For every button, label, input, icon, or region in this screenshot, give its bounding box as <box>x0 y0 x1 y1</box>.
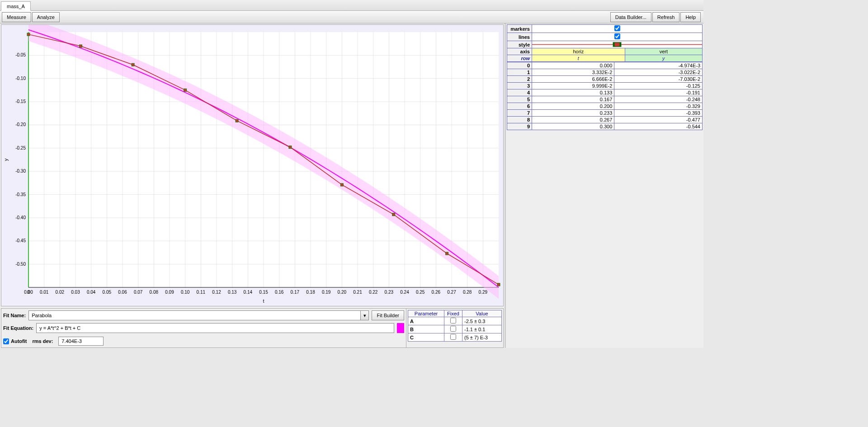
table-row[interactable]: 0 0.000 -4.974E-3 <box>507 62 703 69</box>
svg-text:0.28: 0.28 <box>463 290 472 295</box>
param-header-fixed[interactable]: Fixed <box>444 310 462 317</box>
param-header-value[interactable]: Value <box>462 310 502 317</box>
cell-t[interactable]: 0.267 <box>532 117 614 123</box>
svg-text:-0.50: -0.50 <box>15 262 26 267</box>
fit-name-value: Parabola <box>29 311 360 320</box>
table-row[interactable]: 2 6.666E-2 -7.030E-2 <box>507 76 703 83</box>
table-row[interactable]: 8 0.267 -0.477 <box>507 117 703 123</box>
cell-y[interactable]: -4.974E-3 <box>614 62 703 69</box>
fit-name-select[interactable]: Parabola ▾ <box>28 310 369 320</box>
axis-label: axis <box>507 48 532 55</box>
svg-text:-0.10: -0.10 <box>15 76 26 81</box>
tab-label: mass_A <box>7 4 25 9</box>
svg-rect-93 <box>446 252 448 255</box>
svg-rect-85 <box>27 33 30 36</box>
table-row[interactable]: 5 0.167 -0.248 <box>507 96 703 103</box>
cell-y[interactable]: -0.544 <box>614 123 703 130</box>
data-builder-button[interactable]: Data Builder... <box>610 12 651 22</box>
svg-text:y: y <box>3 158 9 161</box>
svg-rect-90 <box>289 146 292 149</box>
column-y[interactable]: y <box>625 55 702 62</box>
svg-text:-0.35: -0.35 <box>15 192 26 197</box>
fit-builder-button[interactable]: Fit Builder <box>372 310 404 320</box>
row-index: 5 <box>507 96 532 103</box>
axis-vert[interactable]: vert <box>625 48 702 55</box>
svg-text:0.09: 0.09 <box>165 290 174 295</box>
markers-checkbox[interactable] <box>614 25 620 31</box>
param-fixed-A[interactable] <box>450 318 456 324</box>
param-fixed-B[interactable] <box>450 326 456 332</box>
measure-button[interactable]: Measure <box>2 12 31 22</box>
row-index: 9 <box>507 123 532 130</box>
data-table: 0 0.000 -4.974E-31 3.332E-2 -3.022E-22 6… <box>507 62 703 130</box>
row-index: 7 <box>507 110 532 117</box>
param-fixed-C[interactable] <box>450 334 456 340</box>
table-row[interactable]: 4 0.133 -0.191 <box>507 89 703 96</box>
fit-color-swatch[interactable] <box>397 323 404 333</box>
svg-text:0.25: 0.25 <box>416 290 425 295</box>
svg-text:-0.25: -0.25 <box>15 145 26 150</box>
table-row[interactable]: 6 0.200 -0.329 <box>507 103 703 110</box>
svg-text:0.05: 0.05 <box>103 290 112 295</box>
cell-t[interactable]: 0.133 <box>532 89 614 96</box>
cell-t[interactable]: 0.300 <box>532 123 614 130</box>
cell-t[interactable]: 0.200 <box>532 103 614 110</box>
svg-text:-0.20: -0.20 <box>15 122 26 127</box>
cell-y[interactable]: -3.022E-2 <box>614 69 703 76</box>
svg-text:0.16: 0.16 <box>275 290 284 295</box>
svg-rect-91 <box>340 183 343 186</box>
svg-text:-0.15: -0.15 <box>15 99 26 104</box>
cell-t[interactable]: 0.233 <box>532 110 614 117</box>
param-header-parameter[interactable]: Parameter <box>408 310 444 317</box>
tab-mass-a[interactable]: mass_A <box>1 1 31 11</box>
rms-value: 7.404E-3 <box>58 337 104 346</box>
table-row[interactable]: 3 9.999E-2 -0.125 <box>507 83 703 89</box>
analyze-button[interactable]: Analyze <box>32 12 60 22</box>
param-value-B[interactable]: -1.1 ± 0.1 <box>462 325 502 333</box>
dropdown-icon[interactable]: ▾ <box>360 311 368 320</box>
cell-t[interactable]: 3.332E-2 <box>532 69 614 76</box>
cell-y[interactable]: -0.477 <box>614 117 703 123</box>
table-row[interactable]: 9 0.300 -0.544 <box>507 123 703 130</box>
row-index: 0 <box>507 62 532 69</box>
cell-y[interactable]: -0.393 <box>614 110 703 117</box>
cell-y[interactable]: -0.191 <box>614 89 703 96</box>
cell-t[interactable]: 6.666E-2 <box>532 76 614 83</box>
style-preview[interactable] <box>532 41 703 48</box>
cell-y[interactable]: -0.329 <box>614 103 703 110</box>
refresh-button[interactable]: Refresh <box>652 12 680 22</box>
column-t[interactable]: t <box>532 55 625 62</box>
fit-panel: Fit Name: Parabola ▾ Fit Builder Fit Equ… <box>1 308 504 348</box>
svg-rect-92 <box>392 213 395 216</box>
cell-t[interactable]: 9.999E-2 <box>532 83 614 89</box>
svg-text:0.13: 0.13 <box>228 290 237 295</box>
svg-text:0.21: 0.21 <box>353 290 362 295</box>
cell-y[interactable]: -7.030E-2 <box>614 76 703 83</box>
row-index: 6 <box>507 103 532 110</box>
svg-rect-89 <box>236 119 238 122</box>
axis-horiz[interactable]: horiz <box>532 48 625 55</box>
markers-label: markers <box>507 25 532 33</box>
svg-text:0.06: 0.06 <box>118 290 127 295</box>
svg-text:0.08: 0.08 <box>150 290 159 295</box>
autofit-checkbox[interactable] <box>3 338 9 344</box>
fit-equation-input[interactable]: y = A*t^2 + B*t + C <box>36 323 394 333</box>
svg-text:0.07: 0.07 <box>134 290 143 295</box>
svg-text:0.02: 0.02 <box>56 290 65 295</box>
autofit-label: Autofit <box>11 338 27 344</box>
table-row[interactable]: 1 3.332E-2 -3.022E-2 <box>507 69 703 76</box>
chart-panel[interactable]: 0.000.010.020.030.040.050.060.070.080.09… <box>1 24 504 306</box>
param-value-A[interactable]: -2.5 ± 0.3 <box>462 317 502 325</box>
cell-y[interactable]: -0.125 <box>614 83 703 89</box>
cell-t[interactable]: 0.167 <box>532 96 614 103</box>
cell-y[interactable]: -0.248 <box>614 96 703 103</box>
table-row[interactable]: 7 0.233 -0.393 <box>507 110 703 117</box>
lines-checkbox[interactable] <box>614 33 620 39</box>
svg-rect-86 <box>80 45 82 47</box>
param-value-C[interactable]: (5 ± 7) E-3 <box>462 333 502 342</box>
svg-text:t: t <box>263 298 264 304</box>
fit-name-label: Fit Name: <box>3 313 26 318</box>
svg-text:0.27: 0.27 <box>447 290 456 295</box>
cell-t[interactable]: 0.000 <box>532 62 614 69</box>
help-button[interactable]: Help <box>680 12 701 22</box>
